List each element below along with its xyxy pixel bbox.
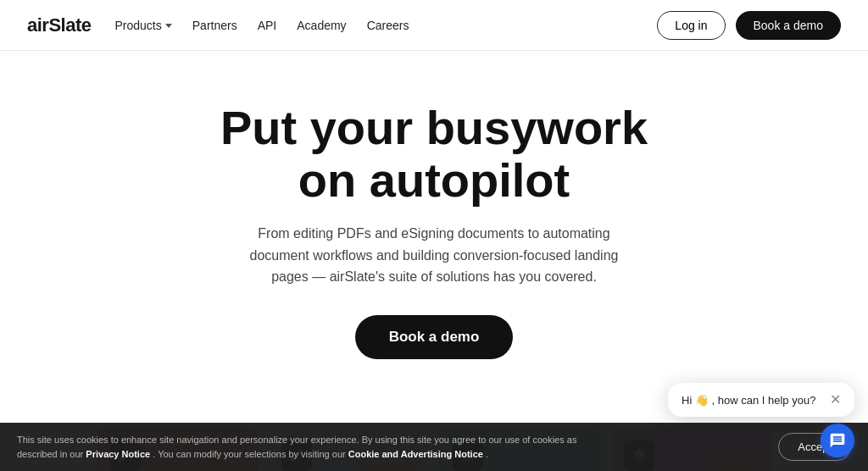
chat-widget: Hi 👋 , how can I help you? ✕ [668,383,854,417]
navbar-left: airSlate Products Partners API Academy C… [27,14,409,36]
hero-section: Put your busywork on autopilot From edit… [0,51,868,393]
nav-api[interactable]: API [258,19,277,32]
nav-careers[interactable]: Careers [367,19,409,32]
logo[interactable]: airSlate [27,14,92,36]
logo-text: airSlate [27,14,92,36]
navbar-right: Log in Book a demo [657,11,841,40]
navbar: airSlate Products Partners API Academy C… [0,0,868,51]
cookie-banner: This site uses cookies to enhance site n… [0,423,868,471]
hero-subtitle: From editing PDFs and eSigning documents… [231,223,637,288]
cookie-text: This site uses cookies to enhance site n… [17,433,610,461]
chat-bubble-button[interactable] [821,424,854,457]
chat-bubble-icon [829,432,846,449]
chat-greeting-text: Hi 👋 , how can I help you? [682,394,815,407]
book-demo-button-nav[interactable]: Book a demo [736,11,842,40]
chat-close-button[interactable]: ✕ [830,393,841,407]
login-button[interactable]: Log in [657,11,725,40]
nav-links: Products Partners API Academy Careers [115,19,409,32]
advertising-notice-link[interactable]: Cookie and Advertising Notice [348,449,483,459]
book-demo-button-hero[interactable]: Book a demo [355,315,514,359]
nav-partners[interactable]: Partners [192,19,237,32]
hero-title: Put your busywork on autopilot [137,102,731,206]
chevron-down-icon [165,24,172,28]
nav-academy[interactable]: Academy [297,19,346,32]
privacy-notice-link[interactable]: Privacy Notice [86,449,150,459]
nav-products[interactable]: Products [115,19,172,32]
